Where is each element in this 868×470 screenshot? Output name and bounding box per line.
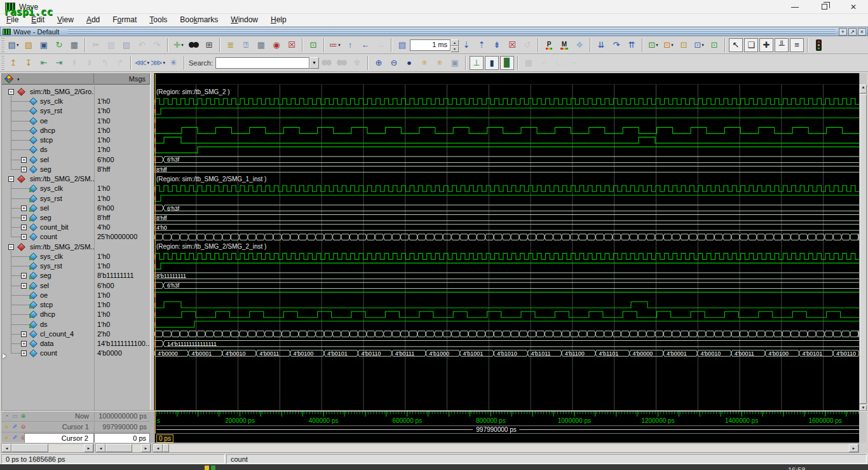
msgs-column-header[interactable]: Msgs bbox=[95, 73, 150, 85]
menu-item-file[interactable]: File bbox=[0, 14, 25, 26]
edit-cursor-icon[interactable]: ✐ bbox=[11, 424, 18, 431]
signal-column-header[interactable]: ▾ bbox=[2, 73, 94, 85]
vertical-scroll-thumb[interactable] bbox=[860, 94, 867, 404]
run-continue-button[interactable]: ⇡ bbox=[475, 38, 489, 52]
taskbar-app-icon2[interactable] bbox=[211, 466, 215, 470]
cursor-row-now[interactable]: ◔▭⊕Now1000000000 ps bbox=[1, 411, 150, 422]
spin-down-icon[interactable]: ▼ bbox=[451, 46, 459, 52]
signal-row-sys_clk[interactable]: sys_clk bbox=[2, 184, 94, 193]
prev-rising-button[interactable]: ⇞ bbox=[67, 56, 81, 70]
signal-row-sys_clk[interactable]: sys_clk bbox=[2, 97, 94, 106]
signal-row-ds[interactable]: ds bbox=[2, 145, 94, 155]
dropdown-arrow-icon[interactable]: ▾ bbox=[656, 43, 658, 48]
signal-row-sys_rst[interactable]: sys_rst bbox=[2, 194, 94, 204]
add-selected-button[interactable]: ✚▾ bbox=[172, 38, 186, 52]
cursor-name[interactable]: Cursor 1 bbox=[24, 422, 94, 432]
forward-button[interactable]: → bbox=[374, 38, 388, 52]
expanded-time-delta-button[interactable]: ∟ bbox=[552, 56, 566, 70]
view-full-mode-button[interactable]: ▉ bbox=[500, 56, 514, 70]
expand-time-button[interactable]: ⇈ bbox=[625, 38, 639, 52]
add-to-list-button[interactable]: ⊡▾ bbox=[661, 38, 675, 52]
memory-profile-button[interactable]: M bbox=[557, 38, 571, 52]
scroll-left-button[interactable]: ◄ bbox=[96, 444, 105, 452]
lock-cursor-icon[interactable]: ● bbox=[3, 424, 10, 431]
cursor2-time-label[interactable]: 0 ps bbox=[156, 434, 173, 443]
menu-item-bookmarks[interactable]: Bookmarks bbox=[173, 14, 224, 26]
comment-icon[interactable]: ▭ bbox=[11, 413, 18, 420]
expand-box-icon[interactable]: + bbox=[21, 350, 27, 356]
menu-item-format[interactable]: Format bbox=[106, 14, 143, 26]
ruler-canvas[interactable]: s200000 ps400000 ps600000 ps800000 ps100… bbox=[156, 411, 861, 425]
search-options-button[interactable]: ✾ bbox=[350, 56, 364, 70]
cursor1-track[interactable]: 997990000 ps bbox=[156, 425, 861, 433]
signal-row-stcp[interactable]: stcp bbox=[2, 135, 94, 145]
signal-row-sys_clk[interactable]: sys_clk bbox=[2, 252, 94, 261]
move-up-button[interactable]: ↑ bbox=[343, 38, 357, 52]
run-length-spinner[interactable]: ▲▼ bbox=[451, 39, 459, 51]
zoom-out-on-cursor-button[interactable]: ⍟ bbox=[433, 56, 447, 70]
names-scrollbar[interactable]: ◄ ► bbox=[1, 443, 94, 453]
edit-cursor-icon[interactable]: ✐ bbox=[11, 434, 18, 441]
add-to-log-button[interactable]: ⊡ bbox=[677, 38, 691, 52]
time-mode-icon[interactable]: ◔ bbox=[3, 413, 10, 420]
dropdown-arrow-icon[interactable]: ▾ bbox=[17, 43, 19, 48]
expand-box-icon[interactable]: + bbox=[21, 167, 27, 172]
signal-group-1[interactable]: −sim:/tb_SMG_2/Gro... bbox=[2, 87, 94, 97]
pane-header[interactable]: Wave - Default + ↗ × bbox=[0, 27, 868, 36]
break-run-button[interactable]: ☒ bbox=[505, 38, 519, 52]
signal-row-seg[interactable]: +seg bbox=[2, 165, 94, 174]
zoom-mode-button[interactable]: ❏ bbox=[744, 38, 758, 52]
move-signal-down-button[interactable]: ↧ bbox=[22, 56, 36, 70]
dropdown-arrow-icon[interactable]: ▾ bbox=[147, 60, 150, 66]
names-scroll-thumb[interactable] bbox=[11, 444, 48, 452]
signal-row-dhcp[interactable]: dhcp bbox=[2, 310, 94, 319]
compile-button[interactable]: ≣ bbox=[224, 38, 238, 52]
dropdown-arrow-icon[interactable]: ▾ bbox=[163, 60, 166, 66]
restore-button[interactable] bbox=[810, 0, 839, 14]
performance-profile-button[interactable]: P bbox=[542, 38, 556, 52]
next-transition-button[interactable]: ⇥ bbox=[52, 56, 66, 70]
save-button[interactable]: ▣ bbox=[37, 38, 51, 52]
cursor-value[interactable]: 1000000000 ps bbox=[94, 411, 150, 422]
expand-box-icon[interactable]: + bbox=[21, 205, 27, 211]
copy-button[interactable]: ▥ bbox=[104, 38, 118, 52]
search-dropdown-button[interactable]: ▼ bbox=[309, 57, 319, 69]
expand-box-icon[interactable]: + bbox=[21, 215, 27, 221]
pan-mode-button[interactable]: ✚ bbox=[759, 38, 773, 52]
signal-row-sys_rst[interactable]: sys_rst bbox=[2, 106, 94, 116]
menu-item-edit[interactable]: Edit bbox=[25, 14, 51, 26]
taskbar-app-icon[interactable] bbox=[205, 466, 209, 470]
timeline-track[interactable]: s200000 ps400000 ps600000 ps800000 ps100… bbox=[154, 411, 860, 443]
vertical-scrollbar[interactable]: ▲ ▼ bbox=[859, 73, 867, 443]
wave-scrollbar[interactable]: ◄ ► bbox=[153, 443, 859, 453]
signal-row-oe[interactable]: oe bbox=[2, 291, 94, 300]
active-cursor-line[interactable] bbox=[155, 74, 156, 410]
minimize-button[interactable]: — bbox=[780, 0, 810, 14]
search-find-button[interactable] bbox=[320, 56, 334, 70]
pane-drag-grip[interactable] bbox=[68, 29, 835, 34]
move-signal-up-button[interactable]: ↥ bbox=[6, 56, 20, 70]
edit-mode-button[interactable]: ≡ bbox=[790, 38, 804, 52]
signal-row-count[interactable]: +count bbox=[2, 232, 94, 242]
signal-row-count[interactable]: +count bbox=[2, 349, 94, 358]
cursor2-track[interactable]: 0 ps bbox=[156, 433, 861, 443]
waveform-canvas[interactable]: (Region: sim:/tb_SMG_2 )6'h3f8'hff(Regio… bbox=[154, 85, 859, 410]
dropdown-arrow-icon[interactable]: ▾ bbox=[181, 43, 184, 48]
signal-row-sys_rst[interactable]: sys_rst bbox=[2, 261, 94, 271]
prev-transition-button[interactable]: ⇤ bbox=[37, 56, 51, 70]
cursor-name[interactable]: Now bbox=[24, 411, 94, 422]
run-length-field[interactable]: 1 ms bbox=[410, 39, 451, 51]
menu-item-tools[interactable]: Tools bbox=[143, 14, 173, 26]
redo-button[interactable]: ↷ bbox=[150, 38, 164, 52]
run-all-button[interactable]: ⇟ bbox=[490, 38, 504, 52]
signal-row-sel[interactable]: +sel bbox=[2, 281, 94, 291]
find-button[interactable] bbox=[187, 38, 201, 52]
reload-button[interactable]: ↻ bbox=[52, 38, 66, 52]
pane-dock-button[interactable]: + bbox=[839, 28, 847, 36]
toolbar-handle[interactable] bbox=[1, 38, 4, 52]
cursor-name[interactable]: Cursor 2 bbox=[24, 433, 94, 443]
restart-button[interactable]: ↺ bbox=[520, 38, 534, 52]
menu-item-window[interactable]: Window bbox=[224, 14, 264, 26]
collapse-box-icon[interactable]: − bbox=[8, 89, 14, 95]
expand-box-icon[interactable]: + bbox=[21, 157, 27, 163]
